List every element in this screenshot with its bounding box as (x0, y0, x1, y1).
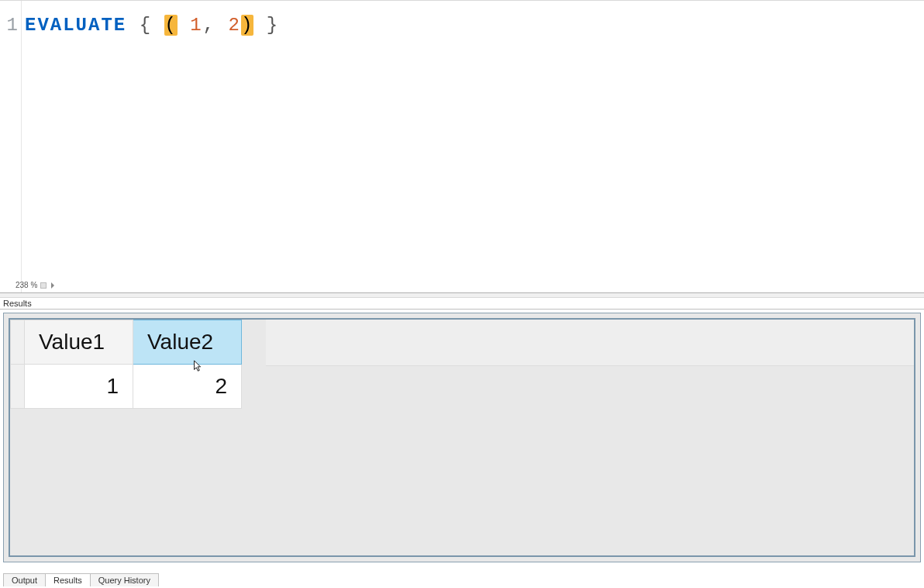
token-number-1: 1 (190, 15, 202, 36)
editor-gutter: 1 (0, 1, 22, 292)
bottom-tab-strip: Output Results Query History (3, 573, 158, 586)
table-header-row: Value1 Value2 (11, 320, 242, 365)
line-number-1: 1 (0, 15, 19, 36)
tab-output[interactable]: Output (3, 573, 46, 586)
tab-query-history[interactable]: Query History (90, 573, 159, 586)
horizontal-scroll-left-icon[interactable] (51, 282, 56, 289)
code-line-1[interactable]: EVALUATE { ( 1, 2) } (25, 15, 279, 36)
token-number-2: 2 (228, 15, 240, 36)
code-editor-pane[interactable]: 1 EVALUATE { ( 1, 2) } 238 % (0, 0, 924, 293)
token-keyword-evaluate: EVALUATE (25, 15, 126, 36)
tab-results[interactable]: Results (45, 573, 91, 586)
token-close-paren: ) (241, 15, 253, 36)
zoom-indicator[interactable]: 238 % (16, 281, 56, 289)
grid-header-filler (266, 320, 914, 366)
results-panel-label: Results (0, 298, 924, 310)
token-open-brace: { (140, 15, 152, 36)
token-close-brace: } (267, 15, 279, 36)
row-selector-cell[interactable] (11, 365, 25, 409)
cell-value2[interactable]: 2 (133, 365, 242, 409)
results-grid-container: Value1 Value2 1 2 (9, 318, 915, 557)
zoom-value: 238 % (16, 281, 37, 289)
cell-value1[interactable]: 1 (25, 365, 133, 409)
results-table[interactable]: Value1 Value2 1 2 (10, 320, 242, 409)
table-row[interactable]: 1 2 (11, 365, 242, 409)
column-header-value1[interactable]: Value1 (25, 320, 133, 365)
column-header-value2[interactable]: Value2 (133, 320, 242, 365)
row-selector-header[interactable] (11, 320, 25, 365)
token-comma: , (203, 15, 215, 36)
token-open-paren: ( (164, 15, 177, 36)
zoom-dropdown-icon[interactable] (40, 282, 47, 289)
results-panel: Value1 Value2 1 2 (3, 313, 921, 562)
